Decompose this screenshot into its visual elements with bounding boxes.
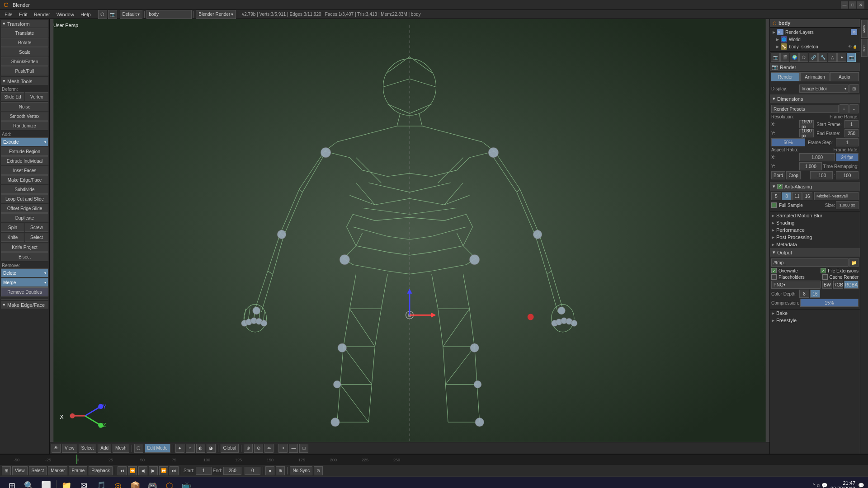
output-browse-icon[interactable]: 📁 (849, 258, 859, 267)
menu-file[interactable]: File (2, 10, 15, 19)
vert-select-icon[interactable]: • (278, 444, 288, 453)
prev-keyframe-icon[interactable]: ⏪ (128, 466, 137, 475)
aa-checkbox[interactable]: ✓ (777, 184, 783, 189)
frame-step-input[interactable]: 1 (836, 138, 859, 146)
rgba-btn[interactable]: RGBA (844, 281, 859, 289)
render-icon[interactable]: 📷 (108, 10, 117, 19)
bake-section[interactable]: ▶ Bake (770, 310, 860, 317)
tree-item-skeleton[interactable]: ▶ 🦴 body_skeleton 👁 🔒 (771, 43, 859, 50)
screw-button[interactable]: Screw (25, 223, 48, 232)
render-presets-btn[interactable]: Render Presets (771, 105, 839, 113)
compression-value[interactable]: 15% (800, 299, 859, 307)
res-x-input[interactable]: 1920 px (799, 120, 814, 128)
bisect-button[interactable]: Bisect (1, 252, 48, 261)
start-button[interactable]: ⊞ (4, 478, 20, 488)
make-edge-face-title[interactable]: ▾ Make Edge/Face (1, 301, 48, 309)
viewport[interactable]: User Persp (50, 19, 769, 454)
presets-add-icon[interactable]: + (840, 104, 849, 113)
aa-16-btn[interactable]: 16 (802, 192, 812, 200)
animation-tab[interactable]: Animation (800, 72, 829, 81)
object-prop-icon[interactable]: ⬡ (799, 53, 808, 62)
task-view-button[interactable]: ⬜ (38, 478, 54, 488)
size-value[interactable]: 1.000 px (836, 201, 859, 209)
audio-tab[interactable]: Audio (830, 72, 859, 81)
res-y-input[interactable]: 1080 px (799, 129, 814, 137)
time-remap-old[interactable]: -100 (810, 171, 833, 179)
extrude-individual-button[interactable]: Extrude Individual (1, 156, 48, 165)
bord-button[interactable]: Bord (771, 171, 785, 179)
randomize-button[interactable]: Randomize (1, 121, 48, 130)
play-icon[interactable]: ▶ (149, 466, 158, 475)
constraint-prop-icon[interactable]: 🔗 (809, 53, 818, 62)
crop-button[interactable]: Crop (786, 171, 801, 179)
tree-item-renderlayers[interactable]: ▶ RL RenderLayers ⚙ (771, 28, 859, 36)
scale-button[interactable]: Scale (1, 47, 48, 56)
timeline-ruler[interactable]: -50 -25 0 25 50 75 100 125 150 175 200 2… (0, 454, 868, 464)
timeline-playback-btn[interactable]: Playback (89, 466, 113, 475)
add-menu-btn[interactable]: Add (98, 444, 111, 453)
display-fullscreen-icon[interactable]: ⊞ (849, 84, 859, 93)
menu-edit[interactable]: Edit (16, 10, 30, 19)
minimize-button[interactable]: — (841, 1, 848, 9)
timeline-view-btn[interactable]: View (12, 466, 28, 475)
material-prop-icon[interactable]: ● (837, 53, 846, 62)
auto-keyframe-icon[interactable]: ⊕ (276, 466, 285, 475)
knife-project-button[interactable]: Knife Project (1, 243, 48, 252)
start-frame-input[interactable] (196, 467, 212, 475)
cache-render-checkbox[interactable] (822, 274, 828, 280)
spin-button[interactable]: Spin (1, 223, 24, 232)
placeholders-checkbox[interactable] (771, 274, 777, 280)
taskbar-app3[interactable]: 📺 (179, 478, 195, 488)
translate-button[interactable]: Translate (1, 28, 48, 38)
shading-rendered-icon[interactable]: ◕ (207, 444, 216, 453)
edge-select-icon[interactable]: — (289, 444, 298, 453)
make-edge-face-button[interactable]: Make Edge/Face (1, 175, 48, 184)
object-name-input[interactable] (146, 10, 192, 19)
full-sample-checkbox[interactable] (771, 202, 777, 208)
shading-material-icon[interactable]: ◐ (196, 444, 205, 453)
aspect-x-input[interactable]: 1.000 (799, 153, 835, 161)
sync-icon[interactable]: ⊙ (314, 466, 323, 475)
shading-wire-icon[interactable]: ○ (186, 444, 195, 453)
aa-11-btn[interactable]: 11 (792, 192, 802, 200)
face-select-icon[interactable]: □ (299, 444, 308, 453)
world-prop-icon[interactable]: 🌍 (790, 53, 799, 62)
rgb-btn[interactable]: RGB (833, 281, 843, 289)
dimensions-header[interactable]: ▾ Dimensions (770, 94, 860, 103)
mesh-menu-btn[interactable]: Mesh (113, 444, 129, 453)
knife-button[interactable]: Knife (1, 233, 24, 242)
view-menu-btn[interactable]: View (62, 444, 77, 453)
modifier-prop-icon[interactable]: 🔧 (818, 53, 827, 62)
menu-help[interactable]: Help (78, 10, 94, 19)
pivot-btn[interactable]: Global (221, 444, 239, 453)
default-mode-btn[interactable]: Default ▾ (120, 10, 143, 19)
renderlayers-settings-icon[interactable]: ⚙ (851, 29, 857, 35)
extrude-dropdown[interactable]: Extrude ▾ (1, 137, 48, 146)
transform-section-title[interactable]: ▾ Transform (1, 20, 48, 28)
titlebar-controls[interactable]: — □ ✕ (841, 1, 864, 9)
overwrite-checkbox[interactable]: ✓ (771, 268, 777, 273)
rotate-button[interactable]: Rotate (1, 38, 48, 47)
timeline-marker-btn[interactable]: Marker (48, 466, 67, 475)
display-dropdown[interactable]: Image Editor ▾ (799, 84, 849, 93)
taskbar-browser[interactable]: ◎ (110, 478, 126, 488)
slide-ed-button[interactable]: Slide Ed (1, 92, 24, 101)
filter-dropdown[interactable]: Mitchell-Netravali (814, 192, 859, 200)
mode-dropdown[interactable]: Default ▾ (120, 10, 143, 19)
jump-start-icon[interactable]: ⏮ (118, 466, 127, 475)
merge-dropdown[interactable]: Merge ▾ (1, 278, 48, 287)
select-button[interactable]: Select (25, 233, 48, 242)
render-section-header[interactable]: 📷 Render (770, 63, 860, 71)
taskbar-mail[interactable]: ✉ (75, 478, 92, 488)
shading-solid-icon[interactable]: ● (175, 444, 184, 453)
shading-section[interactable]: ▶ Shading (770, 219, 860, 226)
output-path-input[interactable] (771, 258, 849, 267)
aa-8-btn[interactable]: 8 (782, 192, 792, 200)
delete-dropdown[interactable]: Delete ▾ (1, 268, 48, 277)
performance-section[interactable]: ▶ Performance (770, 226, 860, 234)
post-processing-section[interactable]: ▶ Post Processing (770, 234, 860, 241)
extrude-region-button[interactable]: Extrude Region (1, 147, 48, 156)
render-settings-icon[interactable]: 📷 (847, 53, 856, 62)
no-sync-btn[interactable]: No Sync (290, 466, 312, 475)
render-tab[interactable]: Render (771, 72, 800, 81)
